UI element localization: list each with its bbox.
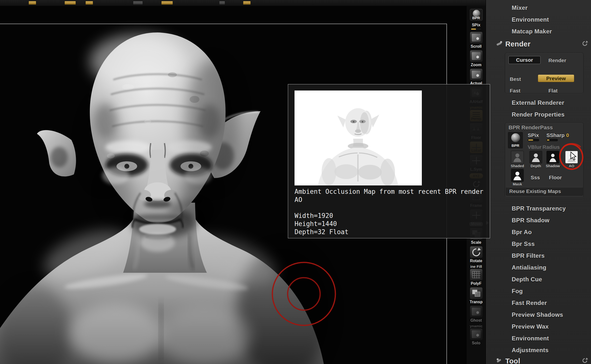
menu-item-bpr-shadow[interactable]: BPR Shadow xyxy=(512,217,549,224)
topbar-button[interactable] xyxy=(65,1,76,5)
menu-item-adjustments[interactable]: Adjustments xyxy=(512,347,549,354)
menu-item-bpr-transparency[interactable]: BPR Transparency xyxy=(512,205,566,212)
ao-pass-thumbnail[interactable] xyxy=(565,151,578,164)
menu-item-bpr-filters[interactable]: BPR Filters xyxy=(512,252,545,259)
tool-section-header[interactable]: Tool xyxy=(505,357,520,364)
scroll-icon xyxy=(472,34,481,42)
menu-item-bpr-sss[interactable]: Bpr Sss xyxy=(512,241,535,247)
spix-pass-slider[interactable] xyxy=(528,139,539,141)
transparency-icon xyxy=(470,288,482,299)
menu-item-external-renderer[interactable]: External Renderer xyxy=(512,99,564,106)
menu-item-fog[interactable]: Fog xyxy=(512,288,523,295)
render-palette-panel: Mixer Environment Matcap Maker Render Cu… xyxy=(486,0,591,364)
polyframe-icon xyxy=(472,271,480,278)
topbar-button[interactable] xyxy=(29,1,36,5)
menu-item-mixer[interactable]: Mixer xyxy=(512,4,528,11)
scroll-button[interactable]: Scroll xyxy=(470,32,483,49)
shadow-pass-thumbnail[interactable] xyxy=(546,151,559,164)
floor-pass-toggle[interactable]: Floor xyxy=(549,175,562,180)
menu-item-antialiasing[interactable]: Antialiasing xyxy=(512,264,546,271)
ghost-button[interactable]: Ghost xyxy=(470,306,483,323)
menu-item-environment-2[interactable]: Environment xyxy=(512,335,549,342)
bpr-renderpass-title: BPR RenderPass xyxy=(509,125,553,131)
tooltip-map-name: AO xyxy=(295,196,302,204)
tooltip-height: Height=1440 xyxy=(295,220,337,228)
cursor-button[interactable]: Cursor xyxy=(509,56,541,64)
topbar-button[interactable] xyxy=(161,1,173,5)
top-menu-bar xyxy=(0,0,486,6)
menu-item-render-properties[interactable]: Render Properties xyxy=(512,111,565,118)
bpr-renderpass-group: BPR RenderPass BPR SPix SSharp 0 VBlur R… xyxy=(505,122,584,198)
ao-map-tooltip: Ambient Occlusion Map from most recent B… xyxy=(288,84,490,238)
ssharp-label[interactable]: SSharp xyxy=(546,133,565,138)
rotate-button[interactable]: Rotate xyxy=(470,246,483,263)
ssharp-slider[interactable] xyxy=(546,139,558,141)
shadow-bust-icon xyxy=(548,152,558,162)
menu-item-fast-render[interactable]: Fast Render xyxy=(512,300,547,306)
topbar-button[interactable] xyxy=(133,1,143,5)
preview-button[interactable]: Preview xyxy=(538,75,574,82)
actual-button[interactable]: Actual xyxy=(470,69,483,86)
zoom-icon xyxy=(472,52,481,60)
bpr-sphere-icon xyxy=(511,133,520,142)
best-button[interactable]: Best xyxy=(510,76,521,82)
render-options-group: Cursor Render Best Preview Fast Flat xyxy=(505,53,584,93)
render-button[interactable]: Render xyxy=(548,58,566,63)
dynamic-label-clipped: ynamic xyxy=(470,324,483,328)
rotate-icon xyxy=(470,246,482,258)
vblur-label: VBlur xyxy=(528,144,542,150)
line-fill-label-clipped: ine Fill xyxy=(470,265,482,269)
shaded-pass-thumbnail[interactable] xyxy=(511,151,524,164)
ao-map-preview-image xyxy=(295,91,422,185)
depth-pass-thumbnail[interactable] xyxy=(529,151,542,164)
tool-section-icon xyxy=(495,357,503,364)
menu-item-preview-wax[interactable]: Preview Wax xyxy=(512,323,549,330)
tooltip-description-line1: Ambient Occlusion Map from most recent B… xyxy=(295,188,483,196)
menu-item-preview-shadows[interactable]: Preview Shadows xyxy=(512,311,563,318)
fast-button[interactable]: Fast xyxy=(510,88,520,94)
zoom-button[interactable]: Zoom xyxy=(470,50,483,67)
ghost-icon xyxy=(472,308,481,316)
shaded-bust-icon xyxy=(512,152,522,162)
tool-reset-icon[interactable] xyxy=(582,357,588,364)
render-section-header[interactable]: Render xyxy=(505,40,530,48)
radius-label: Radius xyxy=(542,144,560,150)
solo-button[interactable]: ynamic Solo xyxy=(470,324,483,345)
spix-control[interactable]: SPix xyxy=(471,22,482,30)
menu-item-environment[interactable]: Environment xyxy=(512,16,549,23)
topbar-button[interactable] xyxy=(219,1,225,5)
topbar-button[interactable] xyxy=(85,1,93,5)
reuse-existing-maps-button[interactable]: Reuse Existing Maps xyxy=(506,187,583,196)
transp-button[interactable]: Transp xyxy=(470,287,482,304)
bpr-pass-button[interactable]: BPR xyxy=(508,132,523,149)
mask-bust-icon xyxy=(512,170,522,180)
sss-pass-toggle[interactable]: Sss xyxy=(531,175,540,180)
actual-size-icon xyxy=(472,71,481,78)
mask-pass-thumbnail[interactable] xyxy=(511,169,524,182)
ao-bust-icon xyxy=(567,152,576,162)
tooltip-width: Width=1920 xyxy=(295,212,333,220)
menu-item-bpr-ao[interactable]: Bpr Ao xyxy=(512,229,532,236)
depth-bust-icon xyxy=(531,152,541,162)
bpr-render-button[interactable]: BPR xyxy=(470,9,483,21)
flat-button[interactable]: Flat xyxy=(548,88,558,94)
polyf-button[interactable]: ine Fill PolyF xyxy=(470,265,483,286)
menu-item-depth-cue[interactable]: Depth Cue xyxy=(512,276,542,283)
render-reset-icon[interactable] xyxy=(582,40,588,47)
solo-icon xyxy=(472,330,481,338)
spix-label[interactable]: SPix xyxy=(528,133,539,138)
topbar-button[interactable] xyxy=(243,1,251,5)
ssharp-value: 0 xyxy=(566,133,569,138)
tooltip-depth: Depth=32 Float xyxy=(295,228,348,236)
spix-slider[interactable] xyxy=(471,28,482,30)
menu-item-matcap-maker[interactable]: Matcap Maker xyxy=(512,28,552,35)
render-section-icon xyxy=(495,40,503,47)
document-border-top xyxy=(0,24,446,24)
